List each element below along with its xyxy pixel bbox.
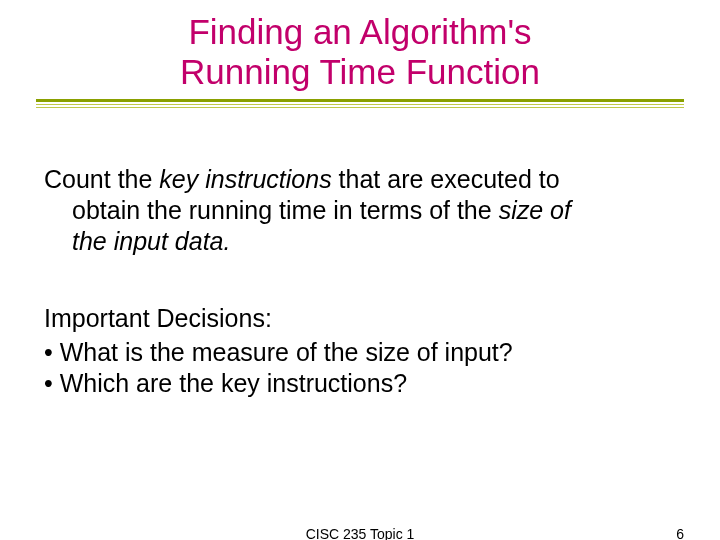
paragraph-1: Count the key instructions that are exec… — [44, 164, 676, 258]
p1-line2a: obtain the running time in terms of the — [72, 196, 499, 224]
p1-sizeof: size of — [499, 196, 571, 224]
rule-thin-2 — [36, 107, 684, 108]
rule-thick — [36, 99, 684, 102]
title-line-1: Finding an Algorithm's — [188, 12, 531, 51]
title-line-2: Running Time Function — [180, 52, 540, 91]
slide-body: Count the key instructions that are exec… — [36, 164, 684, 400]
bullet-list: • What is the measure of the size of inp… — [44, 337, 676, 400]
p1-line3: the input data. — [44, 226, 676, 257]
slide: Finding an Algorithm's Running Time Func… — [0, 0, 720, 540]
slide-title: Finding an Algorithm's Running Time Func… — [80, 12, 640, 93]
title-underline — [36, 99, 684, 108]
p1-mid: that are executed to — [332, 165, 560, 193]
bullet-2: • Which are the key instructions? — [44, 368, 676, 399]
footer-center: CISC 235 Topic 1 — [0, 526, 720, 540]
p1-key-instructions: key instructions — [159, 165, 331, 193]
decisions-label: Important Decisions: — [44, 303, 676, 334]
p1-lead: Count the — [44, 165, 159, 193]
page-number: 6 — [676, 526, 684, 540]
decisions-block: Important Decisions: • What is the measu… — [44, 303, 676, 399]
p1-line2: obtain the running time in terms of the … — [44, 195, 676, 226]
bullet-1: • What is the measure of the size of inp… — [44, 337, 676, 368]
rule-thin-1 — [36, 104, 684, 105]
